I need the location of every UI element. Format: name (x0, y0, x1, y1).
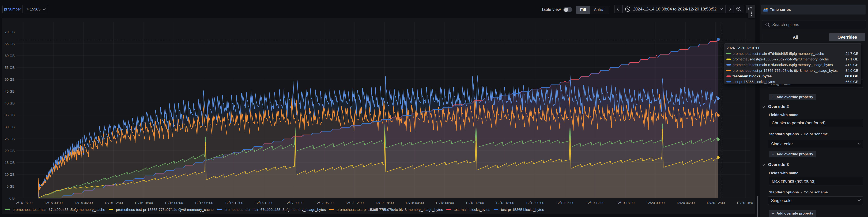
svg-text:12/17 12:00: 12/17 12:00 (345, 201, 364, 205)
svg-text:70 GB: 70 GB (5, 30, 14, 34)
svg-text:12/20 00:00: 12/20 00:00 (646, 201, 664, 205)
svg-text:12/15 12:00: 12/15 12:00 (104, 201, 123, 205)
svg-text:0 B: 0 B (9, 196, 14, 200)
svg-text:30 GB: 30 GB (5, 125, 14, 129)
svg-text:12/18 06:00: 12/18 06:00 (435, 201, 454, 205)
svg-text:12/14 18:00: 12/14 18:00 (14, 201, 32, 205)
svg-text:12/16 06:00: 12/16 06:00 (195, 201, 213, 205)
svg-text:10 GB: 10 GB (5, 172, 14, 177)
svg-text:12/20 18:00: 12/20 18:00 (736, 201, 755, 205)
svg-text:12/19 00:00: 12/19 00:00 (526, 201, 544, 205)
svg-text:40 GB: 40 GB (5, 101, 14, 105)
svg-text:45 GB: 45 GB (5, 89, 14, 93)
svg-text:12/16 00:00: 12/16 00:00 (164, 201, 183, 205)
svg-text:12/15 18:00: 12/15 18:00 (134, 201, 153, 205)
svg-text:12/16 12:00: 12/16 12:00 (225, 201, 243, 205)
svg-text:15 GB: 15 GB (5, 161, 14, 165)
svg-text:12/16 18:00: 12/16 18:00 (255, 201, 273, 205)
svg-text:12/15 06:00: 12/15 06:00 (74, 201, 93, 205)
svg-text:5 GB: 5 GB (7, 184, 14, 188)
svg-text:12/18 00:00: 12/18 00:00 (405, 201, 424, 205)
svg-text:20 GB: 20 GB (5, 149, 14, 153)
svg-text:55 GB: 55 GB (5, 65, 14, 70)
svg-text:60 GB: 60 GB (5, 54, 14, 58)
svg-text:12/17 00:00: 12/17 00:00 (285, 201, 303, 205)
svg-text:12/18 18:00: 12/18 18:00 (496, 201, 514, 205)
svg-text:12/15 00:00: 12/15 00:00 (44, 201, 63, 205)
svg-text:50 GB: 50 GB (5, 77, 14, 81)
svg-text:12/20 12:00: 12/20 12:00 (706, 201, 725, 205)
svg-text:12/19 06:00: 12/19 06:00 (556, 201, 574, 205)
svg-text:25 GB: 25 GB (5, 137, 14, 141)
svg-text:12/19 12:00: 12/19 12:00 (586, 201, 604, 205)
svg-text:12/20 06:00: 12/20 06:00 (676, 201, 695, 205)
svg-text:12/19 18:00: 12/19 18:00 (616, 201, 634, 205)
svg-text:35 GB: 35 GB (5, 113, 14, 117)
svg-text:12/18 12:00: 12/18 12:00 (466, 201, 484, 205)
svg-text:65 GB: 65 GB (5, 42, 14, 46)
svg-text:12/17 18:00: 12/17 18:00 (375, 201, 394, 205)
svg-text:12/17 06:00: 12/17 06:00 (315, 201, 334, 205)
